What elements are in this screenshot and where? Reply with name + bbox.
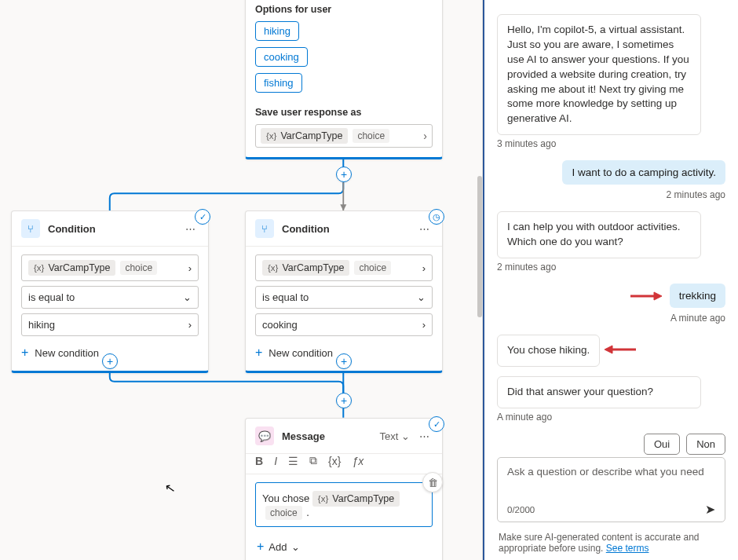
plus-icon: + bbox=[21, 346, 28, 360]
italic-button[interactable]: I bbox=[274, 455, 277, 467]
chevron-right-icon: › bbox=[422, 262, 426, 274]
status-pending-icon: ◷ bbox=[429, 209, 444, 225]
bot-message: Hello, I'm copilot-5, a virtual assistan… bbox=[497, 14, 701, 135]
variable-icon: {x} bbox=[268, 263, 278, 273]
add-node-button-branch-1[interactable]: + bbox=[102, 353, 118, 369]
char-counter: 0/2000 bbox=[507, 505, 535, 514]
options-header: Options for user bbox=[255, 4, 433, 15]
delete-message-button[interactable]: 🗑 bbox=[422, 472, 443, 492]
status-check-icon: ✓ bbox=[429, 416, 444, 432]
chevron-down-icon: ⌄ bbox=[291, 541, 300, 553]
variable-name: VarCampType bbox=[280, 130, 342, 141]
numbered-list-button[interactable]: ⧉ bbox=[309, 454, 317, 467]
save-response-label: Save user response as bbox=[255, 107, 433, 118]
chat-input-placeholder: Ask a question or describe what you need bbox=[507, 466, 715, 496]
chevron-down-icon: ⌄ bbox=[183, 291, 192, 303]
condition-value-field[interactable]: hiking › bbox=[21, 313, 199, 336]
user-message: trekking bbox=[670, 284, 725, 308]
condition-operator-field[interactable]: is equal to ⌄ bbox=[21, 286, 199, 309]
send-button[interactable]: ➤ bbox=[705, 502, 715, 517]
condition-variable-field[interactable]: {x} VarCampType choice › bbox=[21, 254, 199, 281]
svg-marker-3 bbox=[605, 346, 612, 353]
quick-reply-yes[interactable]: Oui bbox=[644, 434, 680, 455]
see-terms-link[interactable]: See terms bbox=[606, 543, 649, 554]
add-node-button-merge[interactable]: + bbox=[336, 393, 352, 408]
message-node[interactable]: ✓ 💬 Message Text ⌄ ⋯ B I ☰ ⧉ {x} ƒx 🗑 Yo… bbox=[245, 418, 443, 560]
add-message-variant-button[interactable]: + Add ⌄ bbox=[246, 533, 442, 560]
timestamp: 2 minutes ago bbox=[497, 262, 725, 273]
svg-marker-2 bbox=[654, 292, 662, 300]
timestamp: A minute ago bbox=[497, 412, 725, 423]
status-check-icon: ✓ bbox=[195, 209, 210, 225]
message-text-editor[interactable]: 🗑 You chose {x} VarCampType choice . bbox=[255, 482, 433, 527]
message-icon: 💬 bbox=[255, 426, 274, 445]
branch-icon: ⑂ bbox=[21, 219, 40, 238]
timestamp: 3 minutes ago bbox=[497, 138, 725, 149]
insert-variable-button[interactable]: {x} bbox=[328, 455, 341, 467]
bold-button[interactable]: B bbox=[255, 455, 263, 467]
chevron-right-icon: › bbox=[423, 130, 427, 142]
option-hiking[interactable]: hiking bbox=[255, 21, 299, 41]
condition-operator-field[interactable]: is equal to ⌄ bbox=[255, 286, 433, 309]
quick-reply-no[interactable]: Non bbox=[686, 434, 725, 455]
plus-icon: + bbox=[255, 346, 262, 360]
condition-title: Condition bbox=[48, 223, 174, 235]
save-variable-field[interactable]: {x} VarCampType choice › bbox=[255, 124, 433, 148]
svg-marker-0 bbox=[340, 204, 346, 210]
options-node[interactable]: Options for user hiking cooking fishing … bbox=[245, 0, 443, 159]
cursor-icon: ↖ bbox=[163, 480, 176, 496]
more-icon[interactable]: ⋯ bbox=[416, 221, 433, 236]
condition-value-field[interactable]: cooking › bbox=[255, 313, 433, 336]
annotation-arrow-icon bbox=[630, 291, 662, 304]
more-icon[interactable]: ⋯ bbox=[416, 429, 433, 444]
bot-message: Did that answer your question? bbox=[497, 376, 701, 408]
plus-icon: + bbox=[257, 540, 264, 554]
add-node-button-top[interactable]: + bbox=[336, 167, 352, 182]
timestamp: 2 minutes ago bbox=[497, 189, 725, 200]
variable-icon: {x} bbox=[318, 494, 328, 503]
insert-function-button[interactable]: ƒx bbox=[352, 455, 364, 467]
chat-input-box[interactable]: Ask a question or describe what you need… bbox=[497, 457, 725, 522]
chevron-right-icon: › bbox=[188, 262, 192, 274]
message-mode-select[interactable]: Text ⌄ bbox=[380, 430, 410, 442]
variable-icon: {x} bbox=[34, 263, 44, 273]
trash-icon: 🗑 bbox=[428, 477, 438, 489]
condition-variable-field[interactable]: {x} VarCampType choice › bbox=[255, 254, 433, 281]
bullet-list-button[interactable]: ☰ bbox=[288, 455, 298, 467]
variable-type: choice bbox=[353, 129, 389, 143]
option-cooking[interactable]: cooking bbox=[255, 47, 308, 67]
variable-icon: {x} bbox=[266, 131, 276, 141]
rich-text-toolbar: B I ☰ ⧉ {x} ƒx bbox=[246, 454, 442, 474]
chevron-down-icon: ⌄ bbox=[417, 291, 426, 303]
condition-node-2[interactable]: ◷ ⑂ Condition ⋯ {x} VarCampType choice › bbox=[245, 210, 443, 373]
test-chat-panel: Hello, I'm copilot-5, a virtual assistan… bbox=[483, 0, 738, 560]
more-icon[interactable]: ⋯ bbox=[182, 221, 199, 236]
bot-message: You chose hiking. bbox=[497, 335, 600, 367]
chevron-right-icon: › bbox=[422, 319, 426, 331]
bot-message: I can help you with outdoor activities. … bbox=[497, 211, 701, 258]
ai-disclaimer: Make sure AI-generated content is accura… bbox=[492, 527, 730, 560]
authoring-canvas[interactable]: Options for user hiking cooking fishing … bbox=[0, 0, 483, 560]
timestamp: A minute ago bbox=[497, 313, 725, 324]
condition-node-1[interactable]: ✓ ⑂ Condition ⋯ {x} VarCampType choice › bbox=[11, 210, 209, 373]
annotation-arrow-icon bbox=[605, 344, 636, 357]
add-node-button-branch-2[interactable]: + bbox=[336, 353, 352, 369]
canvas-scrollbar[interactable] bbox=[477, 176, 482, 317]
branch-icon: ⑂ bbox=[255, 219, 274, 238]
user-message: I want to do a camping activity. bbox=[562, 160, 725, 185]
option-fishing[interactable]: fishing bbox=[255, 73, 302, 93]
chevron-down-icon: ⌄ bbox=[401, 430, 410, 442]
chevron-right-icon: › bbox=[188, 319, 192, 331]
